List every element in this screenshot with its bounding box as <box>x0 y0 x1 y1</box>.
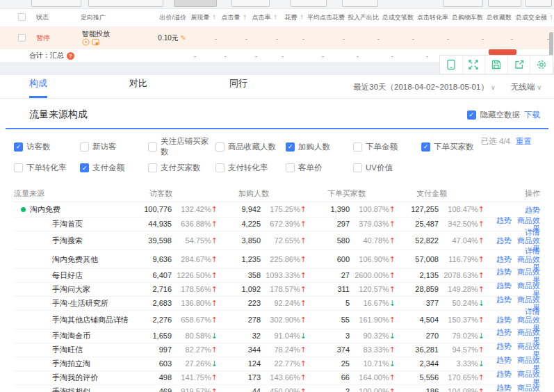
trend-link[interactable]: 趋势 <box>496 236 512 245</box>
trend-link[interactable]: 趋势 <box>496 268 512 276</box>
campaign-col-header[interactable]: 投入产出比 ↑ <box>348 13 382 22</box>
trend-link[interactable]: 趋势 <box>496 316 512 324</box>
toolbar-select[interactable] <box>488 0 521 7</box>
metric-checkbox-item[interactable]: ✓客单价 <box>286 163 353 173</box>
detail-link[interactable]: 详情 <box>525 228 540 236</box>
trend-link[interactable]: 趋势 <box>496 370 512 378</box>
campaign-col-header[interactable]: 点击转化率 ↑ <box>417 13 452 22</box>
detail-link[interactable]: 详情 <box>525 247 540 255</box>
toolbar-filter[interactable] <box>443 0 483 7</box>
table-row[interactable]: 手淘我的评价498141.75%↑173143.66%↑66164.00%↑5,… <box>14 371 540 385</box>
metric-checkbox-item[interactable]: ✓访客数 <box>14 136 80 157</box>
checkbox[interactable]: ✓ <box>148 142 157 152</box>
checkbox[interactable]: ✓ <box>80 142 89 152</box>
toolbar-button[interactable] <box>88 0 163 7</box>
toolbar-button[interactable] <box>231 0 270 7</box>
download-link[interactable]: 下载 <box>524 110 540 120</box>
metric-checkbox-item[interactable]: ✓下单转化率 <box>14 163 80 173</box>
checkbox[interactable]: ✓ <box>286 163 295 172</box>
toolbar-button[interactable] <box>31 0 81 7</box>
detail-link[interactable]: 详情 <box>525 307 540 316</box>
toolbar-more-button[interactable] <box>526 0 552 7</box>
trend-link[interactable]: 趋势 <box>496 255 512 263</box>
table-row[interactable]: 手淘搜索39,59854.75%↑3,85072.65%↑58040.78%↑5… <box>14 231 540 250</box>
metric-checkbox-item[interactable]: ✓加购人数 <box>286 136 353 157</box>
campaign-col-header[interactable]: 平均点击花费 ↑ <box>307 13 348 22</box>
checkbox[interactable]: ✓ <box>421 142 430 152</box>
checkbox[interactable]: ✓ <box>14 163 23 172</box>
table-row[interactable]: 淘内免费100,776132.42%↑9,942175.25%↑1,390100… <box>14 202 540 218</box>
terminal-selector[interactable]: 无线端 ∨ <box>511 82 541 92</box>
checkbox[interactable]: ✓ <box>286 142 295 152</box>
table-row[interactable]: 手淘找相似469919.57%↑44450.00%↑2100.00%↑18610… <box>14 385 540 392</box>
hidden-red-button[interactable] <box>489 49 516 55</box>
tab-对比[interactable]: 对比 <box>129 77 147 98</box>
checkbox[interactable]: ✓ <box>215 163 225 172</box>
table-row[interactable]: 手淘旺信99782.27%↑34478.24%↑37483.33%↑36,281… <box>14 343 540 357</box>
campaign-col-header[interactable]: 总成交笔数 ↑ <box>382 13 417 22</box>
trend-link[interactable]: 趋势 <box>496 356 512 364</box>
campaign-col-header[interactable]: 点击量 ↑ <box>220 13 250 22</box>
empty-value: - <box>487 35 516 42</box>
trend-link[interactable]: 趋势 <box>496 216 512 224</box>
metric-checkbox-item[interactable]: ✓支付转化率 <box>215 163 286 173</box>
row-checkbox[interactable] <box>18 34 26 42</box>
date-range-selector[interactable]: 最近30天（2018-04-02~2018-05-01） ∨ <box>353 82 495 92</box>
select-all-checkbox[interactable] <box>18 13 26 21</box>
table-row[interactable]: 淘内免费其他9,636284.67%↑1,235225.86%↑600106.9… <box>14 250 540 269</box>
metric-checkbox-item[interactable]: ✓关注店铺买家数 <box>148 136 215 157</box>
campaign-col-header[interactable]: 总购物车数 ↑ <box>452 13 487 22</box>
table-row[interactable]: 手淘其他店铺商品详情2,276658.67%↑278302.90%↑55161.… <box>14 311 540 329</box>
play-circle-icon[interactable] <box>82 38 90 46</box>
trend-link[interactable]: 趋势 <box>525 206 540 214</box>
table-row[interactable]: 每日好店6,4071226.50%↑3581093.33%↑272600.00%… <box>14 269 540 283</box>
metric-checkbox-item[interactable]: ✓下单金额 <box>353 136 421 157</box>
metric-checkbox-item[interactable]: ✓UV价值 <box>353 163 421 173</box>
table-row[interactable]: 手淘·生活研究所2,683136.80%↑22392.24%↑516.67%↓3… <box>14 297 540 311</box>
reset-link[interactable]: 重置 <box>516 136 532 147</box>
checkbox[interactable]: ✓ <box>148 163 157 172</box>
empty-value: - <box>452 35 487 42</box>
table-row[interactable]: 手淘问大家2,716178.56%↑1,092178.57%↑311120.57… <box>14 283 540 297</box>
checkbox[interactable]: ✓ <box>353 163 362 172</box>
mobile-preview-icon[interactable] <box>440 56 463 74</box>
trend-link[interactable]: 趋势 <box>496 384 512 392</box>
checkbox[interactable]: ✓ <box>353 142 362 152</box>
trend-link[interactable]: 趋势 <box>496 295 512 304</box>
checkbox[interactable]: ✓ <box>80 163 89 172</box>
metric-checkbox-item[interactable]: ✓新访客 <box>80 136 148 157</box>
toolbar-button[interactable] <box>342 0 378 7</box>
product-effect-link[interactable]: 商品效果 <box>517 384 540 392</box>
tab-同行[interactable]: 同行 <box>229 77 247 98</box>
traffic-table: 流量来源访客数加购人数下单买家数支付金额操作淘内免费100,776132.42%… <box>0 181 554 392</box>
trend-link[interactable]: 趋势 <box>496 281 512 290</box>
edit-icon[interactable]: ✎ <box>181 34 186 42</box>
campaign-col-header[interactable]: 总成交金额 ↑ <box>516 13 552 22</box>
campaign-col-header[interactable]: 花费 ↑ <box>281 13 307 22</box>
checkbox[interactable]: ✓ <box>14 142 23 152</box>
hide-empty-checkbox[interactable]: ✓ <box>467 111 476 120</box>
trend-link[interactable]: 趋势 <box>496 328 512 336</box>
metric-checkbox-item[interactable]: ✓商品收藏人数 <box>215 136 286 157</box>
settings-icon[interactable] <box>530 56 553 74</box>
tab-构成[interactable]: 构成 <box>29 77 47 98</box>
campaign-row[interactable]: 暂停智能投放0.10元 ✎----------- <box>0 27 554 49</box>
table-row[interactable]: 手淘拍立淘60327.26%↓12422.77%↑2510.71%↓2,3443… <box>14 357 540 371</box>
campaign-name[interactable]: 智能投放 <box>81 30 145 47</box>
campaign-col-header[interactable]: 展现量 ↑ <box>189 13 220 22</box>
campaign-col-header[interactable]: 总收藏数 ↑ <box>487 13 516 22</box>
section-header: 流量来源构成 ✓ 隐藏空数据 下载 <box>0 99 554 121</box>
toolbar-button[interactable] <box>291 0 327 7</box>
metric-checkbox-item[interactable]: ✓支付买家数 <box>148 163 215 173</box>
save-icon[interactable] <box>485 56 508 74</box>
table-row[interactable]: 手淘首页44,935636.88%↑4,225672.39%↑297379.03… <box>14 218 540 231</box>
toolbar-button[interactable] <box>174 0 217 7</box>
table-row[interactable]: 手淘淘金币1,65980.58%↓3291.04%↓390.32%↓27079.… <box>14 329 540 343</box>
share-icon[interactable] <box>508 56 531 74</box>
trend-link[interactable]: 趋势 <box>496 342 512 350</box>
checkbox[interactable]: ✓ <box>215 142 225 152</box>
campaign-col-header[interactable]: 点击率 ↑ <box>250 13 281 22</box>
fullscreen-icon[interactable] <box>463 56 486 74</box>
help-icon[interactable]: ? <box>67 52 74 60</box>
metric-checkbox-item[interactable]: ✓支付金额 <box>80 163 148 173</box>
